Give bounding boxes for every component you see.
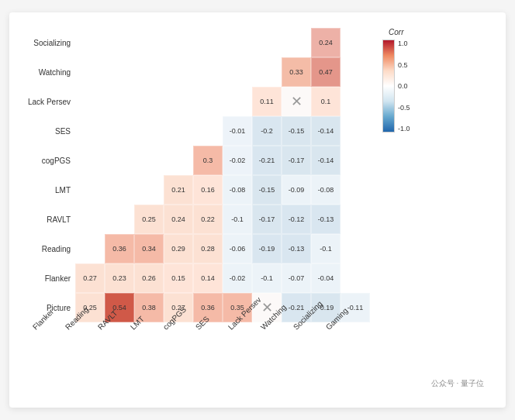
matrix-cell: [340, 263, 370, 293]
matrix-row: 0.11✕0.1: [75, 87, 370, 116]
matrix-cell: 0.15: [164, 263, 193, 293]
matrix-cell: 0.33: [282, 57, 311, 87]
matrix-cell: [105, 28, 134, 57]
row-label: Watching: [28, 57, 71, 87]
row-label: Reading: [28, 234, 71, 263]
row-labels: SocializingWatchingLack PersevSEScogPGSL…: [28, 28, 71, 322]
matrix-grid: 0.240.330.470.11✕0.1-0.01-0.2-0.15-0.140…: [75, 28, 370, 322]
matrix-cell: [340, 87, 370, 116]
matrix-cell: [105, 146, 134, 175]
matrix-cell: [223, 57, 252, 87]
matrix-row: 0.330.47: [75, 57, 370, 87]
row-label: RAVLT: [28, 205, 71, 234]
matrix-cell: -0.08: [223, 175, 252, 205]
matrix-cell: -0.13: [282, 234, 311, 263]
matrix-cell: [340, 116, 370, 146]
matrix-cell: -0.19: [252, 234, 282, 263]
matrix-cell: [75, 57, 105, 87]
matrix-cell: 0.24: [311, 28, 340, 57]
matrix-cell: ✕: [282, 87, 311, 116]
legend-title: Corr: [389, 28, 403, 36]
matrix-cell: -0.1: [223, 205, 252, 234]
matrix-cell: [134, 175, 164, 205]
matrix-row: 0.3-0.02-0.21-0.17-0.14: [75, 146, 370, 175]
legend-row: 1.00.50.0-0.5-1.0: [382, 40, 410, 133]
matrix-cell: 0.28: [193, 234, 223, 263]
matrix-cell: -0.07: [282, 263, 311, 293]
matrix-row: 0.360.340.290.28-0.06-0.19-0.13-0.1: [75, 234, 370, 263]
matrix-with-labels: SocializingWatchingLack PersevSEScogPGSL…: [28, 28, 370, 322]
col-labels: FlankerReadingRAVLTLMTcogPGSSESLack Pers…: [28, 325, 354, 372]
matrix-cell: [340, 175, 370, 205]
matrix-cell: [134, 28, 164, 57]
matrix-cell: -0.12: [282, 205, 311, 234]
matrix-cell: -0.17: [252, 205, 282, 234]
matrix-cell: 0.3: [193, 146, 223, 175]
legend-value: -1.0: [398, 125, 410, 133]
row-label: SES: [28, 116, 71, 146]
matrix-cell: [134, 87, 164, 116]
matrix-cell: -0.09: [282, 175, 311, 205]
matrix-cell: 0.22: [193, 205, 223, 234]
matrix-cell: [134, 57, 164, 87]
matrix-cell: [282, 28, 311, 57]
row-label: Flanker: [28, 263, 71, 293]
matrix-cell: [75, 175, 105, 205]
row-label: Lack Persev: [28, 87, 71, 116]
matrix-cell: [193, 87, 223, 116]
matrix-cell: 0.36: [105, 234, 134, 263]
matrix-cell: 0.27: [75, 263, 105, 293]
matrix-cell: -0.14: [311, 116, 340, 146]
matrix-row: 0.24: [75, 28, 370, 57]
matrix-cell: 0.26: [134, 263, 164, 293]
matrix-cell: -0.15: [282, 116, 311, 146]
row-label: cogPGS: [28, 146, 71, 175]
matrix-cell: 0.16: [193, 175, 223, 205]
row-label: Socializing: [28, 28, 71, 57]
matrix-cell: [223, 87, 252, 116]
legend: Corr 1.00.50.0-0.5-1.0: [382, 28, 410, 133]
matrix-cell: 0.34: [134, 234, 164, 263]
matrix-cell: -0.14: [311, 146, 340, 175]
matrix-cell: [105, 116, 134, 146]
matrix-cell: 0.23: [105, 263, 134, 293]
matrix-row: 0.250.240.22-0.1-0.17-0.12-0.13: [75, 205, 370, 234]
matrix-cell: -0.1: [311, 234, 340, 263]
matrix-cell: 0.47: [311, 57, 340, 87]
matrix-cell: -0.02: [223, 146, 252, 175]
matrix-cell: [340, 234, 370, 263]
matrix-cell: [105, 205, 134, 234]
matrix-cell: [193, 28, 223, 57]
matrix-cell: [134, 116, 164, 146]
matrix-cell: -0.02: [223, 263, 252, 293]
matrix-row: 0.270.230.260.150.14-0.02-0.1-0.07-0.04: [75, 263, 370, 293]
chart-card: SocializingWatchingLack PersevSEScogPGSL…: [9, 12, 506, 408]
matrix-row: -0.01-0.2-0.15-0.14: [75, 116, 370, 146]
chart-area: SocializingWatchingLack PersevSEScogPGSL…: [28, 28, 487, 372]
matrix-row: 0.210.16-0.08-0.15-0.09-0.08: [75, 175, 370, 205]
matrix-cell: [75, 116, 105, 146]
matrix-cell: 0.29: [164, 234, 193, 263]
matrix-cell: -0.2: [252, 116, 282, 146]
x-mark-icon: ✕: [291, 93, 302, 110]
legend-value: 0.0: [398, 82, 410, 90]
row-label: LMT: [28, 175, 71, 205]
legend-value: -0.5: [398, 104, 410, 112]
matrix-cell: -0.01: [223, 116, 252, 146]
matrix-cell: [75, 146, 105, 175]
matrix-cell: -0.04: [311, 263, 340, 293]
matrix-cell: [164, 57, 193, 87]
matrix-cell: [164, 116, 193, 146]
matrix-cell: [164, 146, 193, 175]
matrix-cell: [75, 234, 105, 263]
matrix-cell: 0.25: [134, 205, 164, 234]
matrix-cell: -0.15: [252, 175, 282, 205]
matrix-cell: 0.1: [311, 87, 340, 116]
legend-labels: 1.00.50.0-0.5-1.0: [398, 40, 410, 133]
matrix-cell: -0.13: [311, 205, 340, 234]
matrix-cell: [252, 57, 282, 87]
matrix-cell: [105, 87, 134, 116]
matrix-cell: 0.24: [164, 205, 193, 234]
legend-value: 0.5: [398, 61, 410, 69]
matrix-cell: [75, 28, 105, 57]
